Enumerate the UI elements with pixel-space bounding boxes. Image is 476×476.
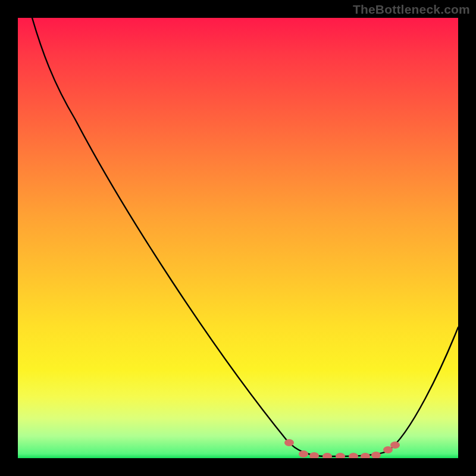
optimal-marker xyxy=(371,452,381,458)
plot-area xyxy=(18,18,458,458)
watermark-text: TheBottleneck.com xyxy=(353,2,470,17)
optimal-marker xyxy=(349,453,358,458)
optimal-marker xyxy=(299,450,308,458)
optimal-marker xyxy=(309,452,319,458)
optimal-marker xyxy=(284,439,294,446)
marker-layer xyxy=(18,18,458,458)
optimal-marker xyxy=(336,453,345,458)
chart-stage: TheBottleneck.com xyxy=(0,0,476,476)
optimal-marker xyxy=(361,453,370,458)
optimal-marker xyxy=(322,453,332,458)
optimal-marker xyxy=(390,441,400,449)
optimal-marker xyxy=(383,446,393,453)
